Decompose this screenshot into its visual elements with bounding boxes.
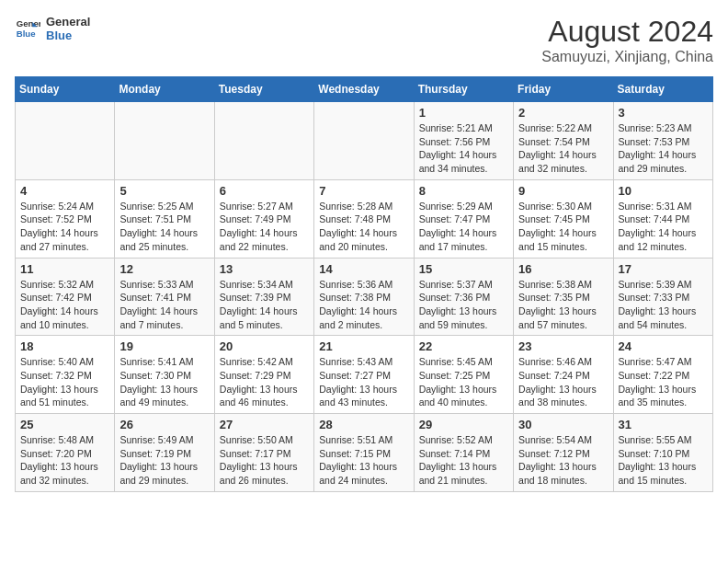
day-number: 15 xyxy=(419,262,508,276)
day-detail: Sunrise: 5:27 AM Sunset: 7:49 PM Dayligh… xyxy=(220,200,309,254)
calendar-cell: 29Sunrise: 5:52 AM Sunset: 7:14 PM Dayli… xyxy=(414,414,513,492)
calendar-cell: 17Sunrise: 5:39 AM Sunset: 7:33 PM Dayli… xyxy=(613,258,712,336)
day-of-week-header: Saturday xyxy=(613,77,712,102)
day-detail: Sunrise: 5:23 AM Sunset: 7:53 PM Dayligh… xyxy=(619,121,708,176)
calendar-cell xyxy=(314,102,414,180)
calendar-cell: 10Sunrise: 5:31 AM Sunset: 7:44 PM Dayli… xyxy=(613,179,712,258)
calendar-cell: 4Sunrise: 5:24 AM Sunset: 7:52 PM Daylig… xyxy=(16,179,115,258)
day-number: 25 xyxy=(20,418,109,431)
day-detail: Sunrise: 5:34 AM Sunset: 7:39 PM Dayligh… xyxy=(220,278,309,332)
day-of-week-header: Thursday xyxy=(414,77,513,102)
day-number: 1 xyxy=(419,106,508,120)
day-detail: Sunrise: 5:33 AM Sunset: 7:41 PM Dayligh… xyxy=(119,278,209,332)
calendar-week-row: 11Sunrise: 5:32 AM Sunset: 7:42 PM Dayli… xyxy=(16,258,713,336)
calendar-cell: 22Sunrise: 5:45 AM Sunset: 7:25 PM Dayli… xyxy=(414,336,513,414)
calendar-cell: 24Sunrise: 5:47 AM Sunset: 7:22 PM Dayli… xyxy=(613,336,712,414)
calendar-cell: 1Sunrise: 5:21 AM Sunset: 7:56 PM Daylig… xyxy=(414,102,513,180)
calendar-cell: 25Sunrise: 5:48 AM Sunset: 7:20 PM Dayli… xyxy=(16,414,115,492)
day-detail: Sunrise: 5:40 AM Sunset: 7:32 PM Dayligh… xyxy=(20,355,109,409)
day-number: 16 xyxy=(518,262,608,276)
day-detail: Sunrise: 5:37 AM Sunset: 7:36 PM Dayligh… xyxy=(419,278,508,332)
calendar-subtitle: Samuyuzi, Xinjiang, China xyxy=(541,49,713,65)
logo-blue: Blue xyxy=(46,29,90,42)
logo-general: General xyxy=(46,15,90,29)
day-number: 6 xyxy=(220,184,309,198)
calendar-cell: 19Sunrise: 5:41 AM Sunset: 7:30 PM Dayli… xyxy=(115,336,214,414)
calendar-week-row: 4Sunrise: 5:24 AM Sunset: 7:52 PM Daylig… xyxy=(16,179,713,258)
calendar-cell: 5Sunrise: 5:25 AM Sunset: 7:51 PM Daylig… xyxy=(115,179,214,258)
day-of-week-header: Tuesday xyxy=(214,77,313,102)
day-detail: Sunrise: 5:55 AM Sunset: 7:10 PM Dayligh… xyxy=(619,433,708,488)
calendar-week-row: 25Sunrise: 5:48 AM Sunset: 7:20 PM Dayli… xyxy=(16,414,713,492)
day-detail: Sunrise: 5:41 AM Sunset: 7:30 PM Dayligh… xyxy=(119,355,209,409)
day-number: 23 xyxy=(518,339,608,353)
day-number: 3 xyxy=(619,106,708,120)
day-detail: Sunrise: 5:24 AM Sunset: 7:52 PM Dayligh… xyxy=(20,200,109,254)
day-number: 21 xyxy=(319,339,408,353)
day-detail: Sunrise: 5:30 AM Sunset: 7:45 PM Dayligh… xyxy=(518,200,608,254)
day-of-week-header: Wednesday xyxy=(314,77,414,102)
day-detail: Sunrise: 5:22 AM Sunset: 7:54 PM Dayligh… xyxy=(518,121,608,176)
day-detail: Sunrise: 5:45 AM Sunset: 7:25 PM Dayligh… xyxy=(419,355,508,409)
calendar-cell: 3Sunrise: 5:23 AM Sunset: 7:53 PM Daylig… xyxy=(613,102,712,180)
day-number: 4 xyxy=(20,184,109,198)
day-of-week-header: Monday xyxy=(115,77,214,102)
day-of-week-header: Sunday xyxy=(16,77,115,102)
day-detail: Sunrise: 5:49 AM Sunset: 7:19 PM Dayligh… xyxy=(119,433,209,488)
day-detail: Sunrise: 5:51 AM Sunset: 7:15 PM Dayligh… xyxy=(319,433,408,488)
day-number: 9 xyxy=(518,184,608,198)
day-detail: Sunrise: 5:42 AM Sunset: 7:29 PM Dayligh… xyxy=(220,355,309,409)
day-detail: Sunrise: 5:48 AM Sunset: 7:20 PM Dayligh… xyxy=(20,433,109,488)
calendar-cell: 12Sunrise: 5:33 AM Sunset: 7:41 PM Dayli… xyxy=(115,258,214,336)
calendar-cell: 20Sunrise: 5:42 AM Sunset: 7:29 PM Dayli… xyxy=(214,336,313,414)
day-number: 10 xyxy=(619,184,708,198)
day-of-week-header: Friday xyxy=(514,77,613,102)
day-number: 13 xyxy=(220,262,309,276)
calendar-title: August 2024 xyxy=(541,15,713,49)
day-detail: Sunrise: 5:54 AM Sunset: 7:12 PM Dayligh… xyxy=(518,433,608,488)
day-detail: Sunrise: 5:47 AM Sunset: 7:22 PM Dayligh… xyxy=(619,355,708,409)
day-number: 7 xyxy=(319,184,408,198)
calendar-table: SundayMondayTuesdayWednesdayThursdayFrid… xyxy=(15,76,713,492)
calendar-cell: 15Sunrise: 5:37 AM Sunset: 7:36 PM Dayli… xyxy=(414,258,513,336)
day-number: 31 xyxy=(619,418,708,431)
calendar-cell: 14Sunrise: 5:36 AM Sunset: 7:38 PM Dayli… xyxy=(314,258,414,336)
day-detail: Sunrise: 5:31 AM Sunset: 7:44 PM Dayligh… xyxy=(619,200,708,254)
day-number: 12 xyxy=(119,262,209,276)
title-block: August 2024 Samuyuzi, Xinjiang, China xyxy=(541,15,713,65)
calendar-cell: 13Sunrise: 5:34 AM Sunset: 7:39 PM Dayli… xyxy=(214,258,313,336)
day-number: 29 xyxy=(419,418,508,431)
day-detail: Sunrise: 5:38 AM Sunset: 7:35 PM Dayligh… xyxy=(518,278,608,332)
logo-icon: General Blue xyxy=(15,16,40,41)
calendar-cell xyxy=(115,102,214,180)
day-number: 22 xyxy=(419,339,508,353)
day-number: 24 xyxy=(619,339,708,353)
day-number: 26 xyxy=(119,418,209,431)
day-number: 8 xyxy=(419,184,508,198)
calendar-cell: 23Sunrise: 5:46 AM Sunset: 7:24 PM Dayli… xyxy=(514,336,613,414)
day-number: 28 xyxy=(319,418,408,431)
day-detail: Sunrise: 5:29 AM Sunset: 7:47 PM Dayligh… xyxy=(419,200,508,254)
svg-text:General: General xyxy=(17,18,40,29)
day-number: 19 xyxy=(119,339,209,353)
calendar-cell: 16Sunrise: 5:38 AM Sunset: 7:35 PM Dayli… xyxy=(514,258,613,336)
calendar-week-row: 1Sunrise: 5:21 AM Sunset: 7:56 PM Daylig… xyxy=(16,102,713,180)
day-detail: Sunrise: 5:50 AM Sunset: 7:17 PM Dayligh… xyxy=(220,433,309,488)
day-number: 5 xyxy=(119,184,209,198)
day-number: 30 xyxy=(518,418,608,431)
day-detail: Sunrise: 5:36 AM Sunset: 7:38 PM Dayligh… xyxy=(319,278,408,332)
logo: General Blue General Blue xyxy=(15,15,90,42)
day-detail: Sunrise: 5:25 AM Sunset: 7:51 PM Dayligh… xyxy=(119,200,209,254)
calendar-cell: 9Sunrise: 5:30 AM Sunset: 7:45 PM Daylig… xyxy=(514,179,613,258)
calendar-cell xyxy=(214,102,313,180)
day-detail: Sunrise: 5:39 AM Sunset: 7:33 PM Dayligh… xyxy=(619,278,708,332)
calendar-cell: 11Sunrise: 5:32 AM Sunset: 7:42 PM Dayli… xyxy=(16,258,115,336)
calendar-cell: 18Sunrise: 5:40 AM Sunset: 7:32 PM Dayli… xyxy=(16,336,115,414)
day-number: 18 xyxy=(20,339,109,353)
calendar-cell: 7Sunrise: 5:28 AM Sunset: 7:48 PM Daylig… xyxy=(314,179,414,258)
calendar-cell: 31Sunrise: 5:55 AM Sunset: 7:10 PM Dayli… xyxy=(613,414,712,492)
day-number: 27 xyxy=(220,418,309,431)
calendar-cell xyxy=(16,102,115,180)
page-header: General Blue General Blue August 2024 Sa… xyxy=(15,15,713,65)
calendar-cell: 21Sunrise: 5:43 AM Sunset: 7:27 PM Dayli… xyxy=(314,336,414,414)
